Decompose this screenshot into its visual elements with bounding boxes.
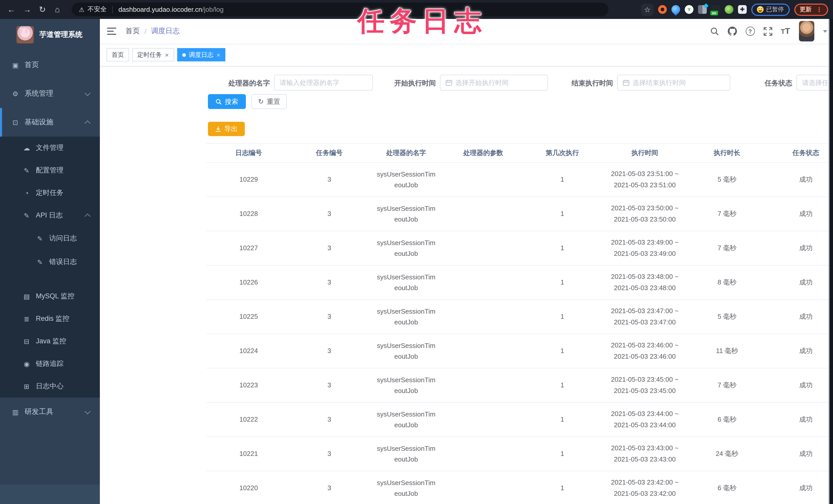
paused-badge[interactable]: 已暂停 (751, 3, 789, 16)
sidebar-item-home[interactable]: ▣首页 (0, 51, 100, 79)
log-id-cell: 10223 (207, 368, 291, 402)
browser-menu-icon[interactable]: ⋮ (816, 6, 822, 13)
log-icon: ✎ (23, 211, 31, 219)
tag-label: 首页 (112, 50, 124, 59)
log-id-cell: 10226 (207, 265, 291, 300)
sidebar-item-label: 日志中心 (36, 382, 64, 391)
sidebar-item-file[interactable]: ☁文件管理 (0, 136, 100, 159)
browser-back-icon[interactable]: ← (7, 0, 15, 19)
sidebar-item-log-center[interactable]: ⊞日志中心 (0, 375, 100, 398)
exec-time-cell: 2021-05-03 23:49:00 ~2021-05-03 23:49:00 (603, 231, 687, 265)
tag-close-icon[interactable]: × (216, 51, 220, 58)
log-id-cell: 10225 (207, 300, 291, 334)
extension-location-icon[interactable] (670, 3, 682, 16)
sidebar-item-mysql[interactable]: ▤MySQL 监控 (0, 285, 100, 307)
url-host: dashboard.yudao.iocoder.cn (119, 6, 202, 13)
chevron-down-icon (85, 90, 91, 96)
job-id-cell: 3 (291, 231, 368, 265)
duration-cell: 7 毫秒 (687, 231, 767, 265)
sidebar-item-error-log[interactable]: ✎错误日志 (0, 250, 100, 274)
filter-input-3[interactable] (629, 79, 730, 86)
extension-leaf-icon[interactable] (725, 5, 733, 14)
date-picker-input-3[interactable] (617, 75, 730, 91)
sidebar-item-trace[interactable]: ◉链路追踪 (0, 353, 100, 375)
browser-reload-icon[interactable]: ↻ (39, 0, 46, 19)
sidebar-item-system[interactable]: ⚙系统管理 (0, 79, 100, 108)
bookmark-star-icon[interactable]: ☆ (641, 3, 653, 16)
gear-icon: ⚙ (11, 90, 20, 98)
sidebar-item-infra[interactable]: ⊡基础设施 (0, 108, 100, 136)
sidebar-item-dev-tools[interactable]: ▥研发工具 (0, 398, 100, 426)
filter-input-1[interactable] (275, 79, 372, 86)
log-id-cell: 10220 (207, 471, 291, 504)
filter-input-4[interactable] (797, 79, 833, 86)
help-icon[interactable]: ? (746, 27, 755, 36)
user-avatar[interactable] (799, 21, 814, 42)
column-header: 任务状态 (767, 144, 833, 162)
sidebar-item-label: 配置管理 (36, 166, 64, 175)
sidebar-item-label: 研发工具 (25, 407, 53, 417)
cloud-upload-icon: ☁ (23, 144, 31, 152)
extension-y-icon[interactable]: Y (685, 5, 693, 14)
sidebar-item-api-log[interactable]: ✎API 日志 (0, 204, 100, 227)
status-cell: 成功 (767, 471, 833, 504)
breadcrumb-home[interactable]: 首页 (125, 27, 140, 36)
status-cell: 成功 (767, 231, 833, 265)
extension-on-icon[interactable]: on (711, 5, 720, 14)
browser-forward-icon[interactable]: → (23, 0, 31, 19)
search-icon[interactable] (710, 27, 719, 35)
job-id-cell: 3 (291, 265, 368, 300)
date-picker-input-2[interactable] (440, 75, 548, 91)
font-size-icon[interactable]: TT (781, 27, 790, 36)
github-icon[interactable] (728, 27, 737, 36)
column-header: 日志编号 (207, 144, 291, 162)
handler-name-cell: sysUserSessionTimeoutJob (368, 437, 445, 471)
tag-label: 定时任务 (137, 50, 162, 59)
tag-3[interactable]: 调度日志× (177, 48, 225, 61)
address-bar[interactable]: ⚠ 不安全 dashboard.yudao.iocoder.cn /job/lo… (72, 3, 609, 16)
sidebar-item-access-log[interactable]: ✎访问日志 (0, 227, 100, 250)
tag-1[interactable]: 首页 (106, 48, 129, 61)
page-content: 处理器的名字开始执行时间结束执行时间任务状态 搜索 ↻ 重置 导出 ↻ (100, 67, 833, 504)
reset-button[interactable]: ↻ 重置 (252, 94, 287, 109)
tag-close-icon[interactable]: × (165, 51, 169, 58)
handler-name-input[interactable] (274, 75, 373, 91)
window-scrollbar[interactable] (828, 19, 833, 504)
sidebar-item-label: 系统管理 (25, 89, 53, 98)
exec-time-cell: 2021-05-03 23:45:00 ~2021-05-03 23:45:00 (603, 368, 687, 402)
user-menu-caret-icon[interactable] (823, 30, 827, 32)
sidebar-item-config[interactable]: ✎配置管理 (0, 159, 100, 182)
filter-input-2[interactable] (452, 79, 547, 86)
exec-index-cell: 1 (522, 300, 603, 334)
sidebar-item-job[interactable]: ◔定时任务 (0, 182, 100, 204)
exec-index-cell: 1 (522, 231, 603, 265)
duration-cell: 7 毫秒 (687, 368, 767, 402)
active-tag-dot-icon (182, 53, 186, 56)
app-logo-row[interactable]: 芋道管理系统 (0, 19, 100, 51)
extensions-puzzle-icon[interactable]: ✚ (738, 5, 747, 14)
hamburger-icon[interactable] (107, 28, 116, 35)
column-header: 执行时长 (687, 144, 767, 162)
fullscreen-icon[interactable] (764, 27, 772, 35)
duration-cell: 5 毫秒 (687, 162, 767, 197)
browser-home-icon[interactable]: ⌂ (55, 0, 60, 19)
export-button[interactable]: 导出 (208, 122, 245, 136)
monitor-icon: ⊡ (11, 119, 20, 126)
job-status-select[interactable] (796, 75, 833, 91)
exec-index-cell: 1 (522, 368, 603, 402)
log-id-cell: 10224 (207, 334, 291, 368)
extension-grid-icon[interactable] (698, 5, 707, 14)
table-row: 102253sysUserSessionTimeoutJob12021-05-0… (207, 300, 833, 334)
job-id-cell: 3 (291, 471, 368, 504)
sidebar-item-redis[interactable]: ≣Redis 监控 (0, 307, 100, 330)
exec-time-cell: 2021-05-03 23:43:00 ~2021-05-03 23:43:00 (603, 437, 687, 471)
duration-cell: 5 毫秒 (687, 300, 767, 334)
sidebar-item-java[interactable]: ⊟Java 监控 (0, 330, 100, 353)
handler-name-cell: sysUserSessionTimeoutJob (368, 231, 445, 265)
edit-icon: ✎ (23, 167, 31, 174)
status-cell: 成功 (767, 300, 833, 334)
extension-orange-icon[interactable] (658, 5, 667, 14)
tag-2[interactable]: 定时任务× (132, 48, 174, 61)
search-button[interactable]: 搜索 (208, 94, 246, 109)
update-button[interactable]: 更新 ⋮ (794, 3, 828, 16)
